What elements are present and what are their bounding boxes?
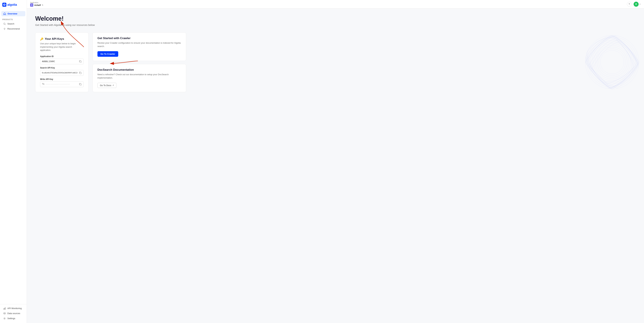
svg-rect-5 <box>4 308 4 309</box>
svg-point-23 <box>599 49 626 76</box>
write-key-label: Write API Key <box>40 78 84 80</box>
right-cards: Get Started with Crawler Review your Cra… <box>92 33 186 92</box>
api-keys-desc: Use your unique keys below to begin impl… <box>40 42 84 52</box>
algolia-icon <box>2 3 6 7</box>
svg-point-8 <box>4 312 5 313</box>
search-label: Search <box>8 23 14 25</box>
svg-point-22 <box>597 47 627 77</box>
sidebar: algolia Overview PRODUCTS Search Recomme… <box>0 0 27 323</box>
svg-rect-13 <box>31 5 32 6</box>
recommend-label: Recommend <box>8 28 20 30</box>
app-icon <box>30 4 33 7</box>
sidebar-logo: algolia <box>0 0 27 10</box>
copy-app-id-button[interactable] <box>79 60 82 63</box>
algolia-text: algolia <box>8 3 17 7</box>
copy-icon-3 <box>79 83 82 86</box>
app-name: richelf <box>34 4 41 6</box>
search-key-field: 6ca6a4e3763d4a19343e2b6494fcb613 <box>40 70 84 76</box>
search-key-value: 6ca6a4e3763d4a19343e2b6494fcb613 <box>42 72 78 74</box>
sidebar-item-overview[interactable]: Overview <box>1 11 25 16</box>
copy-icon-2 <box>79 72 82 74</box>
write-key-field: ························· <box>40 81 84 87</box>
go-to-docs-label: Go To Docs <box>100 84 111 87</box>
docsearch-title: DocSearch Documentation <box>98 68 181 72</box>
svg-rect-12 <box>32 4 32 5</box>
sidebar-item-api-monitoring[interactable]: API Monitoring <box>1 306 25 311</box>
bar-chart-icon <box>3 307 6 309</box>
cards-grid: 🔑 Your API Keys Use your unique keys bel… <box>35 33 186 92</box>
svg-rect-7 <box>5 307 6 309</box>
user-chevron-icon: ∨ <box>639 3 641 5</box>
search-key-label: Search API Key <box>40 67 84 69</box>
settings-label: Settings <box>8 317 15 320</box>
copy-search-key-button[interactable] <box>79 71 82 74</box>
svg-point-19 <box>592 42 632 82</box>
external-link-icon: ↗ <box>112 84 114 87</box>
app-label: Application <box>30 2 43 4</box>
svg-point-24 <box>600 50 624 74</box>
search-icon <box>3 23 6 25</box>
overview-label: Overview <box>8 13 17 15</box>
go-to-docs-button[interactable]: Go To Docs ↗ <box>98 83 116 88</box>
header: Application richelf ⇅ ? R <box>27 0 644 9</box>
header-left: Application richelf ⇅ <box>30 2 43 7</box>
svg-rect-27 <box>80 72 81 74</box>
sidebar-item-search[interactable]: Search <box>1 21 25 26</box>
svg-rect-11 <box>31 4 32 5</box>
svg-point-20 <box>594 44 630 81</box>
docsearch-desc: Need a refresher? Check out our document… <box>98 73 181 79</box>
svg-point-15 <box>585 35 639 89</box>
svg-point-17 <box>589 39 636 86</box>
app-selector[interactable]: richelf ⇅ <box>30 4 43 7</box>
eye-slash-icon[interactable] <box>42 83 44 86</box>
svg-rect-10 <box>30 4 33 6</box>
svg-line-2 <box>5 24 6 25</box>
data-sources-label: Data sources <box>8 312 20 314</box>
svg-point-18 <box>590 40 634 84</box>
api-monitoring-label: API Monitoring <box>8 307 22 309</box>
sidebar-item-recommend[interactable]: Recommend <box>1 26 25 31</box>
app-id-label: Application ID <box>40 55 84 58</box>
svg-point-3 <box>4 28 5 29</box>
svg-point-16 <box>587 37 637 87</box>
svg-point-21 <box>595 45 629 79</box>
database-icon <box>3 312 6 314</box>
main: Application richelf ⇅ ? R <box>27 0 644 323</box>
gear-icon <box>3 317 6 320</box>
user-avatar: R <box>634 2 639 7</box>
svg-rect-14 <box>32 5 32 6</box>
content: Welcome! Get Started with Algolia by usi… <box>27 9 644 323</box>
home-icon <box>3 13 6 15</box>
api-keys-card: 🔑 Your API Keys Use your unique keys bel… <box>35 33 88 92</box>
products-section-label: PRODUCTS <box>0 17 27 21</box>
help-icon[interactable]: ? <box>627 2 632 7</box>
docsearch-card: DocSearch Documentation Need a refresher… <box>92 64 186 92</box>
sidebar-bottom: API Monitoring Data sources Settings <box>0 304 27 323</box>
sidebar-item-data-sources[interactable]: Data sources <box>1 311 25 316</box>
api-keys-title: 🔑 Your API Keys <box>40 37 84 41</box>
app-id-value: A8B8L156RC <box>42 60 78 63</box>
sidebar-item-settings[interactable]: Settings <box>1 316 25 321</box>
go-to-crawler-button[interactable]: Go To Crawler <box>98 51 118 57</box>
write-key-masked: ························· <box>46 83 78 85</box>
pin-icon <box>3 28 6 30</box>
svg-rect-6 <box>4 308 5 309</box>
copy-icon <box>79 60 82 63</box>
welcome-subtitle: Get Started with Algolia by using our re… <box>35 24 636 26</box>
crawler-card-desc: Review your Crawler configuration to ens… <box>98 41 181 48</box>
crawler-card-title: Get Started with Crawler <box>98 37 181 40</box>
sidebar-nav: Overview PRODUCTS Search Recommend <box>0 10 27 304</box>
key-icon: 🔑 <box>40 38 44 41</box>
svg-point-9 <box>4 318 5 319</box>
chevron-icon: ⇅ <box>42 4 43 6</box>
svg-rect-28 <box>80 84 81 85</box>
welcome-title: Welcome! <box>35 15 636 22</box>
crawler-card: Get Started with Crawler Review your Cra… <box>92 33 186 61</box>
copy-write-key-button[interactable] <box>79 83 82 86</box>
header-right: ? R ∨ <box>627 2 641 7</box>
user-menu[interactable]: R ∨ <box>634 2 641 7</box>
algolia-logo-link[interactable]: algolia <box>2 3 17 7</box>
svg-rect-26 <box>80 61 81 63</box>
app-id-field: A8B8L156RC <box>40 59 84 64</box>
bg-decoration <box>577 9 644 323</box>
